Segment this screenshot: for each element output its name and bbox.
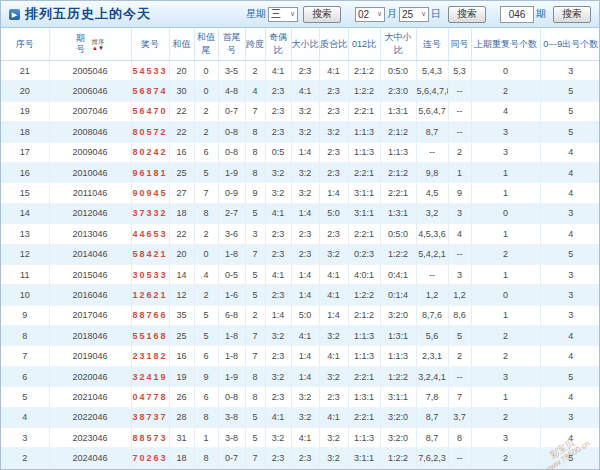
table-cell: 5,6: [416, 326, 448, 346]
table-cell: 4:1: [265, 61, 291, 81]
table-row: 202006046568743004-842:34:12:31:2:22:3:0…: [1, 81, 600, 101]
table-cell: 4: [471, 101, 540, 121]
table-cell: 3:2: [291, 387, 319, 407]
table-cell: 7,8: [416, 387, 448, 407]
table-cell: 3: [471, 122, 540, 142]
table-cell: 25: [169, 326, 194, 346]
month-label: 月: [387, 7, 397, 21]
table-cell: 4,5,3,6: [416, 224, 448, 244]
table-cell: 4: [448, 224, 471, 244]
table-cell: 2:3: [265, 224, 291, 244]
table-cell: 1:1:3: [348, 326, 380, 346]
table-cell: 20: [169, 244, 194, 264]
table-cell: 1:4: [291, 264, 319, 284]
table-cell: 1-6: [218, 285, 245, 305]
table-cell: 7: [1, 346, 49, 366]
table-cell: 14: [1, 203, 49, 223]
month-select[interactable]: 02 ∨: [355, 7, 385, 22]
table-cell: 3:1:1: [380, 387, 416, 407]
table-cell: 10: [1, 285, 49, 305]
table-cell: 5: [540, 448, 600, 468]
sort-control[interactable]: 排序 ▲▼: [91, 38, 105, 51]
table-cell: 1:3:1: [380, 101, 416, 121]
table-cell: 0: [194, 81, 218, 101]
table-cell: 5:0: [319, 203, 348, 223]
weekday-select[interactable]: 三 ∨: [268, 7, 298, 22]
day-select-value: 25: [402, 9, 413, 20]
table-cell: 2: [448, 142, 471, 162]
table-cell: 0:5: [265, 142, 291, 162]
table-cell: 3:2: [319, 428, 348, 448]
month-select-value: 02: [358, 9, 369, 20]
table-cell: 0: [194, 61, 218, 81]
table-cell: 1: [471, 264, 540, 284]
table-cell: --: [448, 448, 471, 468]
table-cell: 3:2: [291, 101, 319, 121]
table-cell: 2: [471, 448, 540, 468]
table-cell: 1:2:2: [380, 244, 416, 264]
table-row: 52021046047782660-882:33:22:31:3:13:1:17…: [1, 387, 600, 407]
prize-number-cell: 44653: [131, 224, 169, 244]
table-cell: 22: [169, 122, 194, 142]
col-serial: 序号: [1, 28, 49, 61]
table-cell: 2: [471, 81, 540, 101]
prize-number-cell: 38737: [131, 407, 169, 427]
col-prime-composite: 质合比: [319, 28, 348, 61]
col-sum-tail: 和值尾: [194, 28, 218, 61]
table-cell: 1:1:3: [348, 346, 380, 366]
table-cell: 9: [194, 366, 218, 386]
table-cell: 8: [1, 326, 49, 346]
sort-desc-icon[interactable]: ▼: [98, 45, 104, 51]
table-cell: 2:2:1: [348, 224, 380, 244]
col-big-small: 大小比: [291, 28, 319, 61]
table-cell: 8: [245, 387, 265, 407]
table-cell: 5: [245, 203, 265, 223]
table-cell: 2:3: [265, 387, 291, 407]
table-cell: 2:3: [265, 244, 291, 264]
table-row: 82018046551682551-873:24:13:21:1:31:3:15…: [1, 326, 600, 346]
issue-search-button[interactable]: 搜索: [553, 6, 591, 23]
table-cell: 3:2: [319, 326, 348, 346]
table-row: 142012046373321882-754:11:45:03:1:11:3:1…: [1, 203, 600, 223]
table-cell: 5: [540, 366, 600, 386]
issue-number-input[interactable]: [500, 6, 534, 23]
table-cell: 7: [245, 448, 265, 468]
table-cell: 8,7,6: [416, 305, 448, 325]
prize-number-cell: 32419: [131, 366, 169, 386]
table-cell: 6: [1, 366, 49, 386]
table-cell: 3:2: [319, 448, 348, 468]
table-cell: 4:1: [291, 428, 319, 448]
sort-label: 排序: [92, 38, 105, 44]
history-table: 序号 期号 排序 ▲▼ 奖号 和值 和值尾 首尾号 跨度 奇偶比 大小比: [1, 28, 600, 470]
weekday-search-button[interactable]: 搜索: [303, 6, 341, 23]
table-cell: 5: [540, 122, 600, 142]
table-cell: 3:2: [265, 428, 291, 448]
table-cell: 3,2,4,1: [416, 366, 448, 386]
table-cell: --: [448, 101, 471, 121]
page-title: 排列五历史上的今天: [25, 5, 151, 23]
table-cell: 3:2: [265, 162, 291, 182]
date-search-button[interactable]: 搜索: [448, 6, 486, 23]
table-cell: 3: [540, 203, 600, 223]
table-cell: 1:4: [291, 285, 319, 305]
table-cell: 1:1:3: [380, 346, 416, 366]
table-cell: 2:3: [319, 81, 348, 101]
table-cell: 1:3:1: [380, 326, 416, 346]
table-cell: 2: [194, 224, 218, 244]
table-row: 182008046805722220-882:33:23:21:1:32:1:2…: [1, 122, 600, 142]
table-cell: 5,4,3: [416, 61, 448, 81]
table-cell: 3-5: [218, 61, 245, 81]
table-cell: 8: [194, 203, 218, 223]
table-row: 122014046584212001-872:32:33:20:2:31:2:2…: [1, 244, 600, 264]
table-cell: 1:4: [291, 366, 319, 386]
table-cell: 5: [1, 387, 49, 407]
table-cell: 5: [245, 285, 265, 305]
table-cell: 15: [1, 183, 49, 203]
table-cell: 6: [194, 346, 218, 366]
table-cell: 1:2:2: [380, 448, 416, 468]
day-select[interactable]: 25 ∨: [399, 7, 429, 22]
table-cell: 20: [169, 61, 194, 81]
table-cell: 4: [540, 346, 600, 366]
prize-number-cell: 58421: [131, 244, 169, 264]
prize-number-cell: 56470: [131, 101, 169, 121]
